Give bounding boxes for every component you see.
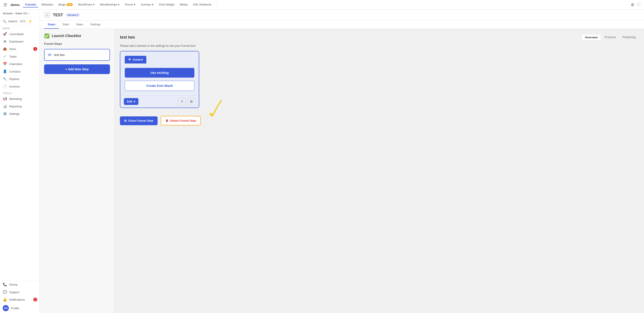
right-step-title: test two [120, 35, 135, 40]
version-badge: Version 2 [66, 13, 80, 17]
external-link-button[interactable]: ↗ [178, 98, 186, 105]
sidebar-item-profile[interactable]: GH Profile [0, 303, 40, 313]
right-top-row: test two Overview Products Publishing [120, 34, 639, 40]
reporting-icon: 📊 [3, 104, 7, 108]
support-icon: 💬 [3, 290, 7, 294]
sub-header: ‹ TEST Version 2 [40, 10, 644, 20]
right-tab-overview[interactable]: Overview [582, 34, 601, 40]
checklist-icon: ✅ [44, 33, 50, 38]
checklist-title: Launch Checklist [52, 34, 81, 38]
search-label: Search [8, 20, 17, 23]
nav-forms[interactable]: Forms ▾ [122, 2, 138, 8]
sidebar-item-dashboard[interactable]: ⊞ Dashboard [0, 38, 40, 45]
search-icon: 🔍 [3, 20, 6, 23]
right-panel: test two Overview Products Publishing Pl… [114, 29, 644, 313]
notifications-badge: 17 [33, 298, 37, 302]
tab-settings[interactable]: Settings [87, 20, 104, 29]
tasks-icon: ✓ [3, 54, 7, 58]
clone-funnel-step-button[interactable]: ⧉ Clone Funnel Step [120, 116, 158, 125]
clone-icon: ⧉ [124, 119, 126, 122]
flag-icon: ⚑ [128, 58, 131, 61]
control-body: Use existing Create from Blank [120, 64, 199, 95]
control-tab[interactable]: ⚑ Control [125, 56, 146, 64]
nav-blogs[interactable]: Blogs New [56, 2, 75, 8]
dashboard-icon: ⊞ [3, 40, 7, 44]
nav-url-redirects[interactable]: URL Redirects [191, 2, 214, 8]
step-name: test two [54, 53, 64, 57]
envelope-icon: ✉ [48, 52, 51, 57]
settings-button[interactable]: ⚙ [187, 98, 195, 105]
create-from-blank-button[interactable]: Create from Blank [125, 81, 194, 91]
back-button[interactable]: ‹ [44, 12, 50, 18]
sidebar-item-phone[interactable]: 📞 Phone [0, 281, 40, 288]
right-tab-products[interactable]: Products [602, 34, 619, 40]
domain-notice: Please add a domain in the settings to s… [120, 44, 639, 48]
nav-websites[interactable]: Websites [39, 2, 55, 8]
sidebar-item-inbox[interactable]: 📥 Inbox 1 [0, 45, 40, 53]
chevron-down-icon: ▾ [28, 12, 30, 15]
avatar: GH [3, 305, 9, 311]
sidebar-item-reporting[interactable]: 📊 Reporting [0, 102, 40, 110]
account-label: Account -- Irvine, CA [3, 12, 27, 15]
sidebar-item-settings[interactable]: ⚙️ Settings [0, 110, 40, 118]
nav-wordpress[interactable]: WordPress ▾ [76, 2, 97, 8]
sidebar-item-notifications[interactable]: 🔔 Notifications 17 [0, 296, 40, 303]
trash-icon: 🗑 [166, 119, 168, 122]
funnel-steps-label: Funnel Steps [44, 42, 110, 46]
sidebar-item-contacts[interactable]: 👤 Contacts [0, 68, 40, 75]
step-item[interactable]: ✉ test two [44, 49, 110, 61]
lightning-icon[interactable]: ⚡ [28, 19, 32, 23]
search-bar[interactable]: 🔍 Search ctrl K ⚡ [0, 18, 40, 25]
sidebar-item-pipeline[interactable]: 🔧 Pipeline [0, 75, 40, 83]
info-icon[interactable]: ⓘ [637, 2, 640, 7]
page-content: ✅ Launch Checklist Funnel Steps ✉ test t… [40, 29, 644, 313]
top-nav: ☰ demo. Funnels Websites Blogs New WordP… [0, 0, 644, 10]
checklist-header: ✅ Launch Checklist [44, 33, 110, 38]
delete-funnel-step-button[interactable]: 🗑 Delete Funnel Step [161, 116, 201, 126]
left-panel: ✅ Launch Checklist Funnel Steps ✉ test t… [40, 29, 114, 313]
nav-funnels[interactable]: Funnels [23, 2, 38, 8]
calendars-icon: 📅 [3, 62, 7, 66]
inbox-icon: 📥 [3, 47, 7, 51]
sidebar-bottom: 📞 Phone 💬 Support 🔔 Notifications 17 GH … [0, 280, 40, 313]
account-selector[interactable]: Account -- Irvine, CA ▾ [0, 10, 40, 18]
nav-surveys[interactable]: Surveys ▾ [138, 2, 156, 8]
tools-section-label: Tools [0, 90, 40, 95]
nav-media[interactable]: Media [178, 2, 190, 8]
settings-icon: ⚙️ [3, 112, 7, 116]
logo: demo. [10, 3, 20, 6]
card-bottom: Edit ▾ ↗ ⚙ [120, 95, 199, 108]
control-card: ⚑ Control Use existing Create from Blank… [120, 51, 199, 108]
inbox-badge: 1 [33, 47, 37, 51]
right-tab-publishing[interactable]: Publishing [619, 34, 639, 40]
right-tab-group: Overview Products Publishing [582, 34, 639, 40]
tab-bar: Steps Stats Sales Settings [40, 20, 644, 29]
sidebar: Account -- Irvine, CA ▾ 🔍 Search ctrl K … [0, 10, 40, 313]
sidebar-item-marketing[interactable]: 📢 Marketing [0, 95, 40, 102]
pipeline-icon: 🔧 [3, 77, 7, 81]
marketing-icon: 📢 [3, 97, 7, 101]
nav-chat-widget[interactable]: Chat Widget [156, 2, 177, 8]
launchpad-icon: 🚀 [3, 32, 7, 36]
nav-separator [216, 2, 216, 7]
sidebar-item-support[interactable]: 💬 Support [0, 288, 40, 296]
sidebar-item-tasks[interactable]: ✓ Tasks [0, 53, 40, 60]
hamburger-icon[interactable]: ☰ [4, 2, 7, 7]
nav-memberships[interactable]: Memberships ▾ [98, 2, 122, 8]
add-new-step-button[interactable]: + Add New Step [44, 64, 110, 74]
tab-steps[interactable]: Steps [44, 20, 59, 29]
sidebar-item-calendars[interactable]: 📅 Calendars [0, 60, 40, 68]
sidebar-item-launchpad[interactable]: 🚀 Launchpad [0, 30, 40, 38]
blogs-badge: New [66, 3, 73, 6]
apps-section-label: Apps [0, 25, 40, 30]
gear-icon[interactable]: ⚙ [631, 2, 634, 7]
tab-sales[interactable]: Sales [72, 20, 87, 29]
phone-icon: 📞 [3, 282, 7, 286]
content-area: ‹ TEST Version 2 Steps Stats Sales Setti… [40, 10, 644, 313]
notifications-icon: 🔔 [3, 298, 7, 302]
contacts-icon: 👤 [3, 70, 7, 74]
sidebar-item-invoices[interactable]: 📄 Invoices [0, 83, 40, 90]
tab-stats[interactable]: Stats [59, 20, 72, 29]
edit-button[interactable]: Edit ▾ [124, 98, 138, 105]
use-existing-button[interactable]: Use existing [125, 68, 194, 78]
